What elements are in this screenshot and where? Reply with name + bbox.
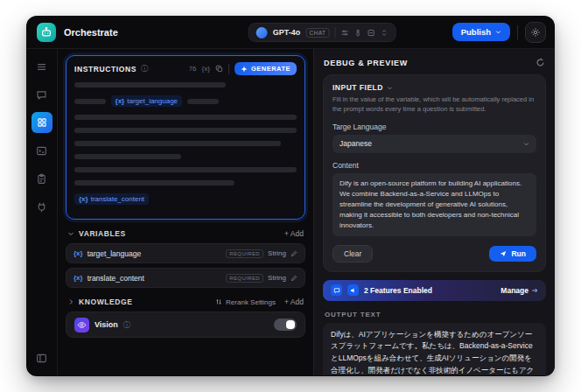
tokens-icon[interactable] — [368, 29, 375, 37]
menu-icon[interactable] — [32, 56, 52, 77]
app-header: Orchestrate GPT-4o CHAT Publish — [26, 16, 555, 49]
chevron-down-icon — [387, 85, 393, 91]
chevron-down-icon — [523, 141, 529, 147]
debug-title: DEBUG & PREVIEW — [324, 59, 408, 67]
vision-label: Vision — [94, 320, 118, 329]
features-bar[interactable]: 2 Features Enabled Manage — [323, 280, 546, 301]
temperature-icon[interactable] — [354, 29, 362, 37]
api-icon[interactable] — [32, 196, 52, 217]
variable-chip[interactable]: {x}translate_content — [74, 193, 149, 205]
vision-icon — [74, 318, 89, 332]
skeleton-line — [74, 180, 234, 186]
publish-button[interactable]: Publish — [452, 23, 510, 41]
logs-nav-icon[interactable] — [32, 140, 52, 161]
variable-row[interactable]: {x} target_language REQUIRED String — [66, 243, 305, 263]
insert-variable-button[interactable]: {x} — [202, 65, 210, 73]
swap-model-icon[interactable] — [381, 29, 388, 37]
refresh-icon[interactable] — [536, 58, 545, 67]
rerank-settings-button[interactable]: Rerank Settings — [215, 298, 276, 306]
chat-icon[interactable] — [32, 84, 52, 105]
knowledge-section-header[interactable]: KNOWLEDGE Rerank Settings + Add — [67, 298, 304, 306]
debug-preview-panel: DEBUG & PREVIEW INPUT FIELD Fill in the … — [313, 49, 555, 375]
variables-section-header[interactable]: VARIABLES + Add — [67, 229, 304, 238]
rerank-label: Rerank Settings — [226, 298, 276, 306]
annotation-icon[interactable] — [32, 168, 52, 189]
divider — [335, 27, 336, 38]
model-selector[interactable]: GPT-4o CHAT — [248, 23, 396, 42]
required-badge: REQUIRED — [226, 274, 263, 283]
model-provider-icon — [256, 27, 268, 38]
variable-name: translate_content — [88, 274, 144, 283]
variable-chip[interactable]: {x}target_language — [111, 95, 183, 107]
chat-mode-badge: CHAT — [305, 28, 329, 38]
app-logo[interactable] — [37, 23, 56, 42]
vision-feature-row: Vision ⓘ — [66, 312, 305, 338]
content-textarea[interactable]: Dify is an open-source platform for buil… — [332, 173, 536, 236]
input-field-card: INPUT FIELD Fill in the value of the var… — [323, 74, 546, 272]
variables-title: VARIABLES — [79, 229, 126, 238]
manage-link[interactable]: Manage — [500, 286, 538, 295]
input-field-description: Fill in the value of the variable, which… — [332, 95, 536, 115]
variable-name: target_language — [88, 249, 141, 258]
copy-icon[interactable] — [215, 65, 223, 73]
char-count: 76 — [189, 65, 197, 73]
app-window: Orchestrate GPT-4o CHAT Publish — [26, 16, 555, 376]
run-button[interactable]: Run — [489, 246, 536, 262]
clear-button[interactable]: Clear — [332, 245, 373, 262]
add-variable-button[interactable]: + Add — [284, 229, 304, 238]
divider — [228, 64, 229, 74]
edit-icon[interactable] — [290, 275, 298, 282]
language-select[interactable]: Japanese — [332, 135, 536, 153]
publish-label: Publish — [461, 27, 491, 37]
features-enabled-label: 2 Features Enabled — [364, 286, 432, 295]
input-field-title: INPUT FIELD — [332, 83, 383, 92]
variable-chip-prefix: {x} — [116, 97, 125, 105]
chevron-right-icon — [67, 298, 74, 305]
skeleton-line — [187, 99, 219, 104]
input-field-header[interactable]: INPUT FIELD — [332, 83, 536, 92]
header-actions: Publish — [452, 22, 546, 43]
skeleton-line — [74, 99, 106, 104]
required-badge: REQUIRED — [226, 249, 263, 258]
vision-toggle[interactable] — [274, 318, 297, 331]
variable-x-icon: {x} — [74, 249, 83, 257]
sparkle-icon — [241, 66, 248, 73]
content-field-label: Content — [332, 161, 536, 170]
generate-button[interactable]: GENERATE — [234, 62, 297, 75]
manage-label: Manage — [500, 286, 528, 295]
edit-icon[interactable] — [290, 250, 298, 257]
instructions-title: INSTRUCTIONS — [74, 65, 136, 74]
variable-row[interactable]: {x} translate_content REQUIRED String — [66, 268, 305, 288]
clear-label: Clear — [344, 249, 361, 258]
send-icon — [500, 250, 507, 257]
output-text: Difyは、AIアプリケーションを構築するためのオープンソースプラットフォームで… — [323, 323, 546, 375]
add-knowledge-button[interactable]: + Add — [284, 298, 304, 306]
instructions-toolbar: 76 {x} GENERATE — [189, 62, 297, 75]
robot-icon — [40, 26, 52, 38]
info-icon: ⓘ — [123, 320, 130, 330]
arrow-right-icon — [531, 287, 538, 294]
debug-header: DEBUG & PREVIEW — [324, 58, 545, 67]
generate-label: GENERATE — [251, 65, 290, 73]
variable-type-select[interactable]: String — [268, 249, 286, 257]
sliders-icon[interactable] — [341, 29, 349, 37]
variable-x-icon: {x} — [74, 274, 83, 282]
divider — [517, 25, 518, 39]
page-title: Orchestrate — [64, 27, 118, 38]
variable-type-select[interactable]: String — [268, 274, 286, 282]
instructions-editor[interactable]: INSTRUCTIONS ⓘ 76 {x} GENERATE — [66, 55, 305, 220]
skeleton-line — [74, 167, 297, 172]
sidebar-item-orchestrate[interactable] — [32, 112, 52, 133]
settings-button[interactable] — [525, 22, 546, 43]
language-select-value: Japanese — [340, 139, 372, 148]
info-icon: ⓘ — [141, 64, 148, 74]
variable-chip-name: translate_content — [91, 195, 144, 203]
prompt-content: {x}target_language {x}translate_content — [74, 82, 297, 213]
skeleton-line — [74, 128, 297, 133]
model-name: GPT-4o — [273, 28, 301, 37]
layout-panel-icon[interactable] — [32, 347, 52, 368]
skeleton-line — [74, 82, 226, 88]
text-to-speech-icon — [347, 284, 359, 296]
rerank-icon — [215, 298, 222, 305]
language-field-label: Targe Language — [332, 122, 536, 131]
